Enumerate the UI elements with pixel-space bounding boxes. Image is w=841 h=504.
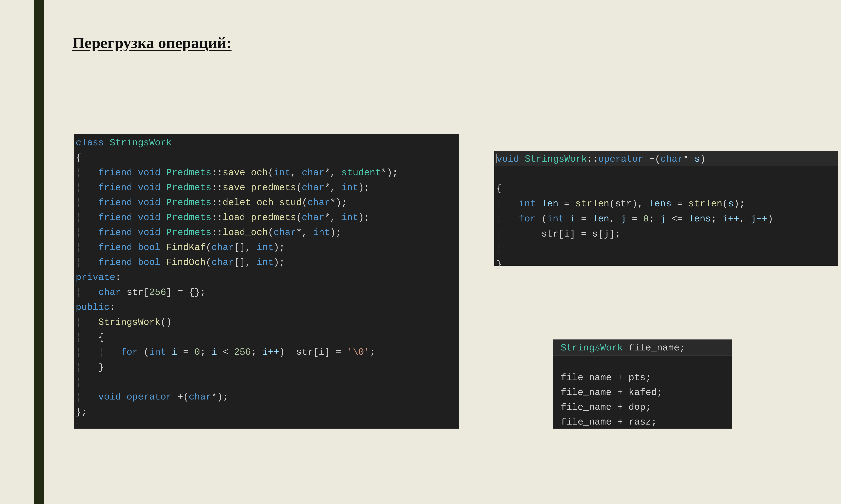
brace-close-ctor: }: [98, 362, 104, 373]
text-cursor-end: [706, 154, 706, 163]
type-stringswork: StringsWork: [110, 138, 172, 148]
ipp: i++: [262, 347, 279, 358]
indent-guide: ¦: [76, 347, 81, 358]
kw-void4: void: [138, 212, 160, 223]
var-kafed: kafed: [629, 387, 657, 398]
star6: *: [296, 227, 302, 238]
type-predmets5: Predmets: [166, 227, 211, 238]
indent-guide: ¦: [98, 347, 104, 358]
kw-for: for: [519, 214, 536, 224]
kw-friend2: friend: [98, 182, 132, 193]
kw-void2: void: [138, 182, 160, 193]
star5: *: [324, 212, 330, 223]
num-0: 0: [194, 347, 200, 358]
fn-delet-och-stud: delet_och_stud: [223, 197, 302, 208]
kw-char: char: [302, 167, 324, 178]
var-file-name5: file_name: [561, 417, 612, 427]
indent-guide: ¦: [76, 332, 81, 343]
indent-guide: ¦: [76, 242, 81, 253]
slide-title: Перегрузка операций:: [72, 34, 841, 52]
type-predmets4: Predmets: [166, 212, 211, 223]
kw-char: char: [660, 154, 683, 164]
type-predmets: Predmets: [166, 167, 211, 178]
kw-int: int: [519, 198, 536, 209]
indent-guide: ¦: [76, 227, 81, 238]
fn-save-och: save_och: [223, 167, 268, 178]
fn-load-predmets: load_predmets: [223, 212, 296, 223]
kw-operator: operator: [126, 392, 172, 402]
indent-guide: ¦: [76, 182, 81, 193]
kw-int2: int: [341, 182, 358, 193]
fn-save-predmets: save_predmets: [223, 182, 296, 193]
type-stringswork: StringsWork: [561, 343, 623, 353]
kw-char2: char: [302, 182, 324, 193]
stri: str[i]: [542, 229, 576, 239]
kw-friend4: friend: [98, 212, 132, 223]
star2: *: [381, 167, 387, 178]
var-j: j: [620, 214, 626, 224]
kw-int7: int: [149, 347, 166, 358]
var-lens: lens: [649, 198, 671, 209]
var-file-name3: file_name: [561, 387, 612, 398]
plus: +: [177, 392, 183, 402]
sj: s[j]: [592, 229, 615, 239]
kw-friend7: friend: [98, 257, 132, 268]
indent-guide: ¦: [76, 287, 81, 298]
indent-guide: ¦: [76, 362, 81, 373]
indent-guide: ¦: [76, 392, 81, 402]
kw-void6: void: [98, 392, 121, 402]
current-line-highlight: void StringsWork::operator +(char* s): [495, 151, 838, 166]
dcolon: ::: [587, 154, 598, 164]
kw-void5: void: [138, 227, 160, 238]
init-braces: = {};: [172, 287, 206, 298]
dcolon: ::: [211, 167, 223, 178]
code-block-3: StringsWork file_name; file_name + pts; …: [555, 339, 730, 429]
plus2: +: [617, 387, 623, 398]
var-file-name2: file_name: [561, 372, 612, 383]
kw-int5: int: [257, 242, 274, 253]
kw-char6: char: [211, 242, 234, 253]
kw-friend3: friend: [98, 197, 132, 208]
plus3: +: [617, 402, 623, 413]
stri: str[i]: [296, 347, 330, 358]
type-student: student: [341, 167, 381, 178]
var-pts: pts: [629, 372, 646, 383]
code-panel-class-stringswork: class StringsWork { ¦ friend void Predme…: [74, 134, 459, 428]
kw-char8: char: [98, 287, 121, 298]
star4: *: [330, 197, 336, 208]
kw-char4: char: [302, 212, 324, 223]
kw-bool2: bool: [138, 257, 160, 268]
var-file-name4: file_name: [561, 402, 612, 413]
var-str: str: [126, 287, 143, 298]
kw-int3: int: [341, 212, 358, 223]
indent-guide: ¦: [76, 257, 81, 268]
indent-guide: ¦: [76, 377, 81, 388]
plus4: +: [617, 417, 623, 427]
indent-guide: ¦: [496, 244, 502, 254]
kw-char5: char: [274, 227, 296, 238]
kw-operator: operator: [598, 154, 643, 164]
class-end: };: [76, 407, 87, 417]
kw-friend5: friend: [98, 227, 132, 238]
star: *: [324, 167, 330, 178]
indent-guide: ¦: [76, 212, 81, 223]
brace-close: }: [496, 259, 502, 270]
slide-accent-bar: [34, 0, 44, 504]
indent-guide: ¦: [76, 167, 81, 178]
code-panel-usage: StringsWork file_name; file_name + pts; …: [553, 339, 732, 428]
brace-open: {: [76, 152, 81, 163]
param-s: s: [694, 154, 700, 164]
indent-guide: ¦: [76, 317, 81, 328]
type-stringswork: StringsWork: [525, 154, 587, 164]
var-j2: j: [660, 214, 666, 224]
star: *: [683, 154, 689, 164]
var-str: str: [615, 198, 632, 209]
indent-guide: ¦: [496, 229, 502, 239]
var-rasz: rasz: [629, 417, 651, 427]
num-256b: 256: [234, 347, 251, 358]
indent-guide: ¦: [76, 197, 81, 208]
current-line-highlight: StringsWork file_name;: [553, 339, 732, 356]
fn-ctor: StringsWork: [98, 317, 160, 328]
ipp: i++: [722, 214, 739, 224]
kw-char9: char: [189, 392, 211, 402]
